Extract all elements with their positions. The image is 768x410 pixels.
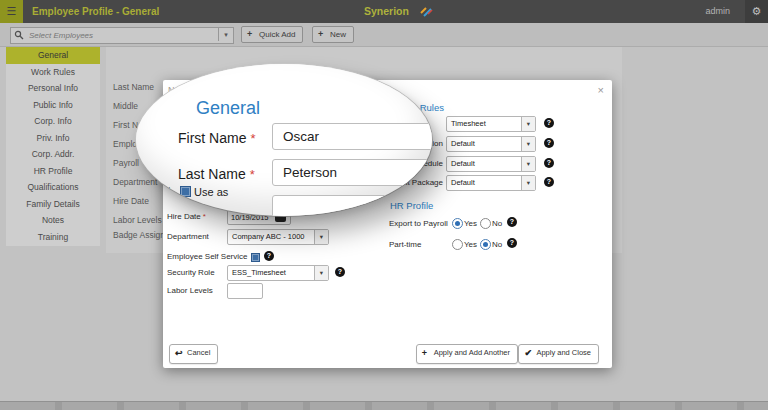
first-name-label: First Name* [178, 130, 256, 146]
export-payroll-help-icon[interactable]: ? [507, 217, 517, 227]
part-time-yes-label: Yes [464, 240, 477, 249]
sidebar-item-work-rules[interactable]: Work Rules [6, 64, 100, 81]
brand-arrow-icon [420, 4, 433, 17]
timesheet-profile-select[interactable]: Timesheet ▾ [446, 116, 536, 132]
chevron-down-icon: ▾ [314, 266, 328, 280]
check-icon: ✔ [524, 345, 532, 361]
pay-classification-help-icon[interactable]: ? [544, 138, 554, 148]
security-role-help-icon[interactable]: ? [335, 267, 345, 277]
close-icon[interactable]: × [598, 84, 604, 96]
brand-logo-text: Synerion [364, 0, 409, 23]
plus-icon: + [247, 27, 252, 42]
timesheet-profile-value: Timesheet [451, 119, 486, 128]
hr-profile-heading: HR Profile [390, 200, 433, 211]
chevron-down-icon: ▾ [521, 117, 535, 131]
security-role-label: Security Role [167, 268, 215, 277]
part-time-help-icon[interactable]: ? [507, 238, 517, 248]
department-select[interactable]: Company ABC - 1000 ▾ [227, 229, 329, 245]
use-as-label: Use as [194, 186, 228, 198]
new-button[interactable]: + New [312, 26, 354, 43]
sidebar-item-corp-info[interactable]: Corp. Info [6, 113, 100, 130]
plus-icon: + [318, 27, 323, 42]
sidebar-item-family-details[interactable]: Family Details [6, 196, 100, 213]
bg-field-label: Labor Levels [113, 215, 162, 225]
benefit-package-help-icon[interactable]: ? [544, 177, 554, 187]
work-schedule-help-icon[interactable]: ? [544, 158, 554, 168]
quick-add-label: Quick Add [259, 30, 295, 39]
quick-add-button[interactable]: + Quick Add [241, 26, 303, 43]
menu-icon[interactable]: ☰ [0, 0, 23, 23]
part-time-label: Part-time [389, 240, 421, 249]
magnifier-lens: General First Name* Last Name* ↳Use as [136, 64, 432, 216]
ess-checkbox[interactable] [251, 253, 260, 262]
cancel-label: Cancel [187, 348, 210, 357]
labor-levels-input[interactable] [227, 283, 263, 299]
pay-classification-select[interactable]: Default ▾ [446, 136, 536, 152]
employee-search-box[interactable]: ▾ [10, 27, 234, 44]
benefit-package-value: Default [451, 178, 475, 187]
pay-classification-value: Default [451, 139, 475, 148]
ess-help-icon[interactable]: ? [264, 251, 274, 261]
sidebar-item-training[interactable]: Training [6, 229, 100, 246]
apply-and-close-button[interactable]: ✔ Apply and Close [518, 344, 599, 364]
back-arrow-icon: ↩ [175, 345, 183, 361]
new-label: New [330, 30, 346, 39]
chevron-down-icon: ▾ [521, 176, 535, 190]
export-payroll-yes-radio[interactable] [452, 218, 463, 229]
plus-icon: + [422, 345, 427, 361]
toolbar: ▾ + Quick Add + New [0, 23, 768, 47]
apply-close-label: Apply and Close [536, 348, 591, 357]
department-label: Department [167, 232, 209, 241]
sidebar-item-public-info[interactable]: Public Info [6, 97, 100, 114]
timesheet-profile-help-icon[interactable]: ? [544, 118, 554, 128]
apply-and-add-another-button[interactable]: + Apply and Add Another [416, 344, 518, 364]
benefit-package-select[interactable]: Default ▾ [446, 175, 536, 191]
required-mark: * [203, 212, 206, 221]
gear-icon[interactable]: ⚙ [745, 0, 768, 23]
search-chevron-down-icon[interactable]: ▾ [218, 28, 233, 41]
sidebar-item-qualifications[interactable]: Qualifications [6, 179, 100, 196]
required-mark: * [250, 131, 255, 146]
sidebar-item-personal-info[interactable]: Personal Info [6, 80, 100, 97]
sidebar-item-priv-info[interactable]: Priv. Info [6, 130, 100, 147]
bg-field-label: Hire Date [113, 196, 149, 206]
sidebar-item-corp-addr[interactable]: Corp. Addr. [6, 146, 100, 163]
bg-field-label: Department [113, 177, 157, 187]
search-input[interactable] [27, 29, 209, 42]
bg-field-label: Middle [113, 101, 138, 111]
bottom-strip [0, 401, 768, 410]
bg-field-label: Last Name [113, 82, 154, 92]
export-payroll-no-radio[interactable] [480, 218, 491, 229]
bg-field-label: Payroll [113, 158, 139, 168]
part-time-no-radio[interactable] [480, 239, 491, 250]
work-schedule-select[interactable]: Default ▾ [446, 156, 536, 172]
sidebar: General Work Rules Personal Info Public … [6, 47, 100, 246]
security-role-select[interactable]: ESS_Timesheet ▾ [227, 265, 329, 281]
export-payroll-yes-label: Yes [464, 219, 477, 228]
sidebar-item-notes[interactable]: Notes [6, 212, 100, 229]
part-time-no-label: No [492, 240, 502, 249]
search-icon [14, 30, 24, 40]
chevron-down-icon: ▾ [521, 137, 535, 151]
part-time-yes-radio[interactable] [452, 239, 463, 250]
sidebar-item-general[interactable]: General [6, 47, 100, 64]
department-value: Company ABC - 1000 [232, 232, 305, 241]
chevron-down-icon: ▾ [521, 157, 535, 171]
chevron-down-icon: ▾ [314, 230, 328, 244]
labor-levels-label: Labor Levels [167, 286, 213, 295]
security-role-value: ESS_Timesheet [232, 268, 286, 277]
top-bar: ☰ Employee Profile - General Synerion ad… [0, 0, 768, 23]
use-as-checkbox[interactable] [180, 186, 191, 197]
sidebar-item-hr-profile[interactable]: HR Profile [6, 163, 100, 180]
user-menu[interactable]: admin [705, 0, 730, 23]
app-window: ☰ Employee Profile - General Synerion ad… [0, 0, 768, 410]
last-name-label: Last Name* [178, 166, 255, 182]
page-title: Employee Profile - General [32, 0, 159, 23]
export-payroll-no-label: No [492, 219, 502, 228]
work-schedule-value: Default [451, 159, 475, 168]
first-name-input[interactable] [272, 123, 432, 150]
export-to-payroll-label: Export to Payroll [389, 219, 448, 228]
hire-date-label: Hire Date* [167, 212, 206, 221]
cancel-button[interactable]: ↩ Cancel [169, 344, 218, 364]
general-heading: General [196, 98, 260, 119]
